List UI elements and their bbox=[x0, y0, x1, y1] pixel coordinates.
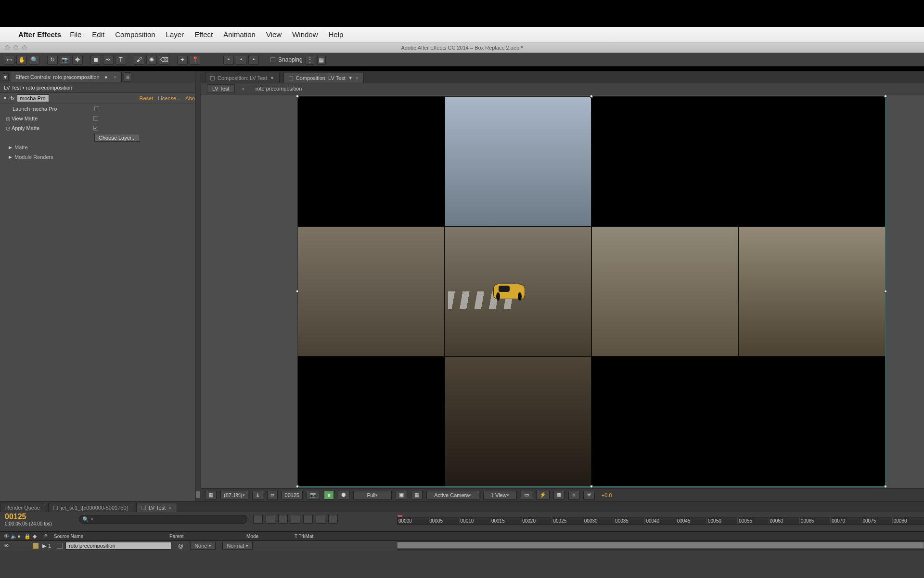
eye-icon[interactable]: 👁 bbox=[4, 543, 11, 549]
ruler-tick[interactable]: 00045 bbox=[676, 517, 707, 524]
close-tab-icon[interactable]: × bbox=[356, 75, 359, 81]
roto-brush-tool-icon[interactable]: ✦ bbox=[177, 55, 188, 65]
axis-view-icon[interactable]: • bbox=[248, 55, 259, 65]
brainstorm-icon[interactable] bbox=[316, 515, 325, 524]
toggle-transparency-icon[interactable]: ▱ bbox=[267, 491, 278, 499]
roi-icon[interactable]: ▣ bbox=[396, 491, 407, 499]
views-dropdown[interactable]: 1 View bbox=[483, 491, 517, 499]
menu-animation[interactable]: Animation bbox=[223, 30, 256, 39]
draft3d-icon[interactable] bbox=[266, 515, 275, 524]
chevron-down-icon[interactable]: ▼ bbox=[348, 76, 353, 80]
text-tool-icon[interactable]: T bbox=[116, 55, 126, 65]
group-matte[interactable]: ▶ Matte bbox=[0, 143, 201, 152]
checkbox-icon[interactable] bbox=[93, 116, 98, 121]
selection-handle[interactable] bbox=[884, 95, 887, 98]
group-module-renders[interactable]: ▶ Module Renders bbox=[0, 152, 201, 162]
zoom-window-icon[interactable] bbox=[22, 45, 27, 50]
tab-jet-sequence[interactable]: jet_sc1_t[5000000-5001750] bbox=[48, 503, 133, 512]
label-color-icon[interactable]: ◆ bbox=[33, 533, 44, 539]
zoom-dropdown[interactable]: (87.1%) bbox=[220, 491, 248, 499]
clone-tool-icon[interactable]: ✺ bbox=[146, 55, 157, 65]
selection-handle[interactable] bbox=[296, 95, 299, 98]
vertical-scrollbar[interactable] bbox=[195, 71, 201, 501]
snapping-bounds-icon[interactable]: ▦ bbox=[317, 55, 326, 65]
hand-tool-icon[interactable]: ✋ bbox=[16, 55, 27, 65]
ruler-tick[interactable]: 00020 bbox=[521, 517, 552, 524]
stopwatch-icon[interactable]: ◷ bbox=[6, 125, 12, 131]
ruler-tick[interactable]: 00065 bbox=[800, 517, 831, 524]
disclosure-triangle-icon[interactable]: ▶ bbox=[42, 543, 48, 549]
selection-handle[interactable] bbox=[296, 485, 299, 488]
effect-controls-tab[interactable]: Effect Controls: roto precomposition ▼ × bbox=[11, 72, 122, 82]
effect-header-row[interactable]: ▼ fx mocha Pro Reset License... Abou bbox=[0, 93, 201, 104]
ruler-tick[interactable]: 00010 bbox=[460, 517, 490, 524]
ruler-tick[interactable]: 00005 bbox=[428, 517, 459, 524]
col-trkmat[interactable]: T TrkMat bbox=[295, 534, 333, 539]
choose-layer-button[interactable]: Choose Layer... bbox=[94, 134, 140, 142]
close-tab-icon[interactable]: × bbox=[114, 74, 116, 80]
show-channel-icon[interactable]: ■ bbox=[324, 491, 334, 499]
selection-handle[interactable] bbox=[296, 290, 299, 293]
ruler-tick[interactable]: 00070 bbox=[831, 517, 861, 524]
comp-mini-flowchart-icon[interactable] bbox=[253, 515, 263, 524]
ruler-tick[interactable]: 00040 bbox=[645, 517, 676, 524]
mode-dropdown[interactable]: Normal ▾ bbox=[222, 542, 252, 550]
axis-world-icon[interactable]: • bbox=[236, 55, 246, 65]
chevron-down-icon[interactable]: ▼ bbox=[270, 76, 274, 80]
parent-dropdown[interactable]: None ▾ bbox=[190, 542, 216, 550]
prop-apply-matte[interactable]: ◷ Apply Matte bbox=[0, 123, 201, 133]
selection-handle[interactable] bbox=[590, 95, 593, 98]
rotate-tool-icon[interactable]: ↻ bbox=[47, 55, 58, 65]
frame-display[interactable]: 00125 bbox=[282, 491, 303, 499]
effect-reset-button[interactable]: Reset bbox=[139, 95, 153, 101]
zoom-tool-icon[interactable]: 🔍 bbox=[29, 55, 39, 65]
selection-handle[interactable] bbox=[884, 485, 887, 488]
frame-blend-icon[interactable] bbox=[291, 515, 300, 524]
fast-previews-icon[interactable]: ⚡ bbox=[536, 491, 550, 499]
selection-tool-icon[interactable]: ▭ bbox=[4, 55, 14, 65]
col-source-name[interactable]: Source Name bbox=[54, 534, 169, 539]
breadcrumb-leaf[interactable]: roto precomposition bbox=[251, 85, 307, 92]
ruler-tick[interactable]: 00055 bbox=[738, 517, 769, 524]
layer-name-selected[interactable]: roto precomposition bbox=[65, 542, 171, 550]
menu-view[interactable]: View bbox=[266, 30, 282, 39]
camera-dropdown[interactable]: Active Camera bbox=[426, 491, 479, 499]
graph-editor-icon[interactable] bbox=[328, 515, 338, 524]
hide-shy-icon[interactable] bbox=[278, 515, 288, 524]
resolution-down-icon[interactable]: ⤓ bbox=[252, 491, 263, 499]
selection-handle[interactable] bbox=[590, 485, 593, 488]
layer-duration-bar[interactable] bbox=[397, 542, 924, 549]
pen-tool-icon[interactable]: ✒ bbox=[103, 55, 114, 65]
current-frame[interactable]: 00125 bbox=[5, 512, 77, 521]
snapping-options-icon[interactable]: ⋮ bbox=[306, 55, 314, 65]
ruler-tick[interactable]: 00060 bbox=[769, 517, 800, 524]
menu-layer[interactable]: Layer bbox=[166, 30, 184, 39]
prop-launch-mocha[interactable]: Launch mocha Pro bbox=[0, 104, 201, 114]
axis-local-icon[interactable]: • bbox=[223, 55, 234, 65]
composition-tab[interactable]: Composition: LV Test ▼ bbox=[205, 73, 280, 83]
menu-file[interactable]: File bbox=[70, 30, 81, 39]
ruler-tick[interactable]: 00015 bbox=[490, 517, 521, 524]
exposure-value[interactable]: +0.0 bbox=[599, 492, 615, 498]
tab-lv-test[interactable]: LV Test × bbox=[136, 503, 177, 512]
close-tab-icon[interactable]: × bbox=[168, 505, 171, 511]
exposure-reset-icon[interactable]: ☀ bbox=[583, 491, 595, 499]
color-mgmt-icon[interactable]: ⬢ bbox=[338, 491, 349, 499]
audio-toggle-icon[interactable]: 🔈 bbox=[11, 533, 17, 539]
pixel-aspect-icon[interactable]: ▭ bbox=[521, 491, 532, 499]
ruler-tick[interactable]: 00075 bbox=[861, 517, 892, 524]
shape-tool-icon[interactable]: ◼ bbox=[90, 55, 101, 65]
menu-window[interactable]: Window bbox=[292, 30, 318, 39]
ruler-tick[interactable]: 00050 bbox=[707, 517, 738, 524]
effect-license-button[interactable]: License... bbox=[158, 95, 180, 101]
breadcrumb-root[interactable]: LV Test bbox=[207, 84, 235, 93]
snapping-checkbox-icon[interactable] bbox=[270, 57, 275, 62]
panel-options-icon[interactable]: ≡ bbox=[124, 72, 131, 82]
snapshot-icon[interactable]: 📷 bbox=[307, 491, 320, 499]
tab-render-queue[interactable]: Render Queue bbox=[0, 503, 45, 512]
menu-effect[interactable]: Effect bbox=[194, 30, 213, 39]
col-parent[interactable]: Parent bbox=[169, 534, 246, 539]
menu-help[interactable]: Help bbox=[329, 30, 344, 39]
ruler-tick[interactable]: 00000 bbox=[398, 517, 428, 524]
timeline-search-input[interactable]: 🔍 ▾ bbox=[79, 515, 247, 524]
